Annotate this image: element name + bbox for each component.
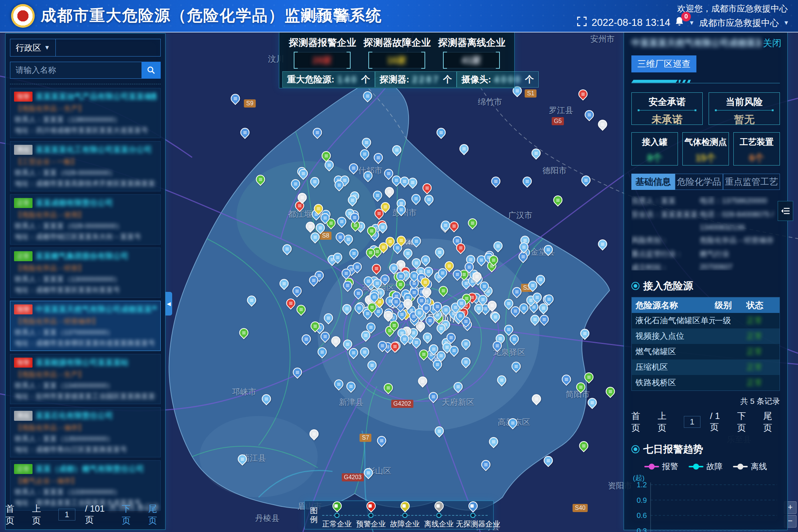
company-list-item[interactable]: 预警某某能源有限公司某某某站【危险化学品－生产】联系人：某某（134000000… [10, 354, 161, 404]
page-total: / 1页 [710, 411, 727, 433]
nav-grid-icon [301, 12, 310, 23]
page-input[interactable]: 1 [58, 509, 75, 521]
sidebar-collapse-button[interactable]: ◀ [166, 292, 172, 316]
status-badge: 离线 [14, 411, 33, 421]
legend-label: 离线 [751, 461, 767, 472]
hazard-status: 正常 [746, 344, 780, 359]
legend-item: 故障 [689, 461, 723, 472]
hazard-name: 视频接入点位 [632, 328, 715, 344]
sidebar-pagination: 首页 上页 1 / 101页 下页 尾页 [6, 503, 165, 526]
resource-value: 8个 [632, 151, 678, 164]
legend-label: 报警 [662, 461, 678, 472]
company-list-item[interactable]: 预警中某某某天然气有限公司成都某某气储配总站【危险化学品－经营储存】联系人：某某… [10, 301, 161, 351]
info-label: 安全员：某某某某某 [631, 209, 700, 219]
legend-title: 图例 [310, 506, 318, 524]
current-risk-card: 当前风险 暂无 [709, 92, 780, 125]
notification-bell-button[interactable]: 0 [675, 16, 684, 29]
road-badge: S40 [573, 504, 587, 512]
app-root: 成都市重大危险源（危险化学品）监测预警系统 系统导航 欢迎您，成都市应急救援中心… [0, 0, 798, 532]
tab-基础信息[interactable]: 基础信息 [631, 174, 675, 190]
page-last[interactable]: 尾页 [763, 410, 780, 434]
status-badge: 正常 [14, 198, 33, 208]
org-menu[interactable]: 成都市应急救援中心 [699, 17, 779, 29]
legend-item: 离线 [733, 461, 767, 472]
company-address: 地址：四川省成都市某某区某某大道某某号 [15, 126, 157, 135]
trend-legend: 报警故障离线 [631, 461, 780, 472]
caret-down-icon: ▼ [44, 44, 50, 51]
status-badge: 正常 [14, 464, 33, 474]
table-row[interactable]: 铁路栈桥区正常 [632, 375, 780, 391]
tab-重点监管工艺[interactable]: 重点监管工艺 [723, 174, 780, 190]
map-place-label: 德阳市 [542, 165, 567, 176]
company-list-item[interactable]: 离线某某石化有限责任公司【危险化学品－储存】联系人：某某（13500000000… [10, 407, 161, 457]
svg-text:1.2: 1.2 [637, 481, 647, 489]
road-badge: S9 [244, 99, 256, 108]
patrol-3d-button[interactable]: 三维厂区巡查 [631, 55, 696, 72]
legend-marker-icon [689, 466, 703, 467]
legend-marker-icon [644, 466, 659, 467]
hazard-level [715, 375, 747, 391]
counter-unit: 个 [361, 74, 370, 85]
company-type: 【危险化学品－经营储存】 [15, 317, 157, 326]
page-prev[interactable]: 上页 [32, 503, 49, 526]
table-row[interactable]: 液化石油气储罐区单元一级正常 [632, 313, 780, 328]
system-nav-button[interactable]: 系统导航 [301, 11, 351, 23]
page-next[interactable]: 下页 [737, 410, 754, 434]
svg-text:0.9: 0.9 [637, 496, 647, 504]
search-button[interactable] [141, 62, 161, 79]
map-place-label: 安州市 [590, 34, 615, 45]
page-last[interactable]: 尾页 [148, 503, 165, 526]
app-logo-icon [11, 4, 35, 28]
region-dropdown[interactable]: 行政区 ▼ [10, 39, 56, 56]
promise-label: 安全承诺 [632, 96, 702, 108]
company-contact: 联系人：某某（028-00000000） [15, 168, 157, 178]
resource-value: 6个 [734, 151, 780, 164]
counter-value: 140 [337, 74, 358, 85]
legend-bar-label: 预警企业 [354, 519, 388, 529]
table-header: 状态 [746, 297, 780, 313]
company-list-item[interactable]: 正常某某成都有限责任公司【危险化学品－使用】联系人：某某某（028-000000… [10, 194, 161, 245]
company-list-item[interactable]: 正常某某燃气集团股份有限公司【危险化学品－经营】联系人：某某某（13000000… [10, 248, 161, 298]
legend-bar-item: 无探测器企业 [456, 501, 490, 529]
company-name: 某某石化有限责任公司 [35, 410, 113, 421]
map-place-label: 绵竹市 [478, 96, 502, 108]
table-row[interactable]: 压缩机区正常 [632, 359, 780, 375]
page-first[interactable]: 首页 [6, 503, 23, 526]
region-input[interactable] [56, 39, 160, 56]
safety-promise-card: 安全承诺 未承诺 [631, 92, 703, 125]
hazard-status: 正常 [746, 328, 780, 344]
page-prev[interactable]: 上页 [658, 410, 674, 434]
panel-collapse-button[interactable] [778, 201, 793, 221]
company-contact: 联系人：某某（13400000000） [15, 381, 157, 391]
tab-危险化学品[interactable]: 危险化学品 [675, 174, 723, 190]
stat-card-value: 16家 [369, 52, 425, 68]
company-list-item[interactable]: 离线某某某某化工有限公司某某分公司【工贸企业－一般】联系人：某某（028-000… [10, 141, 161, 191]
close-button[interactable]: 关闭 [763, 37, 781, 49]
counter-value: 4000 [494, 74, 522, 85]
info-value: 20700607 [700, 263, 780, 270]
search-input[interactable] [10, 62, 141, 79]
info-row: 负责人：某某电话：13758620000 [631, 196, 780, 206]
fullscreen-icon[interactable] [577, 16, 587, 29]
company-address: 地址：成都市某某区某某街某某号 [15, 285, 157, 295]
caret-down-icon: ▼ [689, 20, 695, 26]
legend-label: 故障 [706, 461, 723, 472]
legend-pin-icon [466, 499, 479, 512]
legend-pin-icon [364, 499, 377, 512]
info-row: 风险类别：危险化学品－经营储存 [631, 235, 780, 245]
company-name: 某某成都有限责任公司 [35, 198, 113, 208]
legend-bar-label: 故障企业 [388, 519, 422, 529]
company-address: 地址：成都市锦江区某某东大街－某某号 [15, 232, 157, 242]
company-list-item[interactable]: 预警某某某某油气产品有限公司某某储配站分公司【危险化学品－生产】联系人：某某某（… [10, 88, 161, 138]
table-row[interactable]: 燃气储罐区正常 [632, 344, 780, 359]
page-next[interactable]: 下页 [122, 503, 139, 526]
hazard-name: 燃气储罐区 [632, 344, 715, 359]
section-bullet-icon [631, 282, 640, 290]
section-bullet-icon [631, 445, 640, 453]
page-first[interactable]: 首页 [631, 410, 648, 434]
page-input[interactable]: 1 [684, 416, 700, 428]
table-record-count: 共 5 条记录 [631, 396, 780, 406]
road-badge: S1 [525, 89, 537, 98]
stat-card-value: 28家 [294, 52, 350, 68]
table-row[interactable]: 视频接入点位正常 [632, 328, 780, 344]
